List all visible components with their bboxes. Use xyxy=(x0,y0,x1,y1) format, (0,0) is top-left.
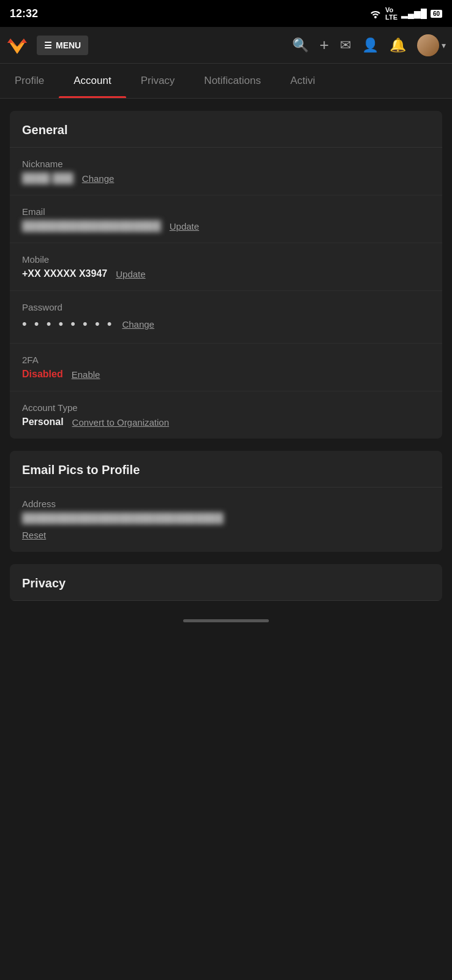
mobile-field: Mobile +XX XXXXX X3947 Update xyxy=(10,243,442,291)
nickname-value: ████ ███ xyxy=(22,173,73,184)
battery-icon: 60 xyxy=(431,10,442,18)
twofa-status: Disabled xyxy=(22,369,63,380)
email-label: Email xyxy=(22,206,430,217)
nickname-change-link[interactable]: Change xyxy=(82,173,115,184)
tab-privacy[interactable]: Privacy xyxy=(126,64,190,98)
address-field: Address █████████████████████████████ Re… xyxy=(10,488,442,552)
wifi-icon xyxy=(369,9,382,18)
password-field: Password • • • • • • • • Change xyxy=(10,291,442,344)
privacy-section: Privacy xyxy=(10,564,442,601)
status-icons: VoLTE ▂▄▆█ 60 xyxy=(369,6,442,21)
tab-notifications[interactable]: Notifications xyxy=(189,64,276,98)
address-value: █████████████████████████████ xyxy=(22,513,430,524)
search-icon[interactable]: 🔍 xyxy=(292,37,309,53)
mail-icon[interactable]: ✉ xyxy=(340,37,351,53)
chevron-down-icon: ▾ xyxy=(442,40,446,50)
email-pics-section-title: Email Pics to Profile xyxy=(10,451,442,488)
home-indicator xyxy=(0,613,452,626)
tabs-container: Profile Account Privacy Notifications Ac… xyxy=(0,64,452,99)
svg-marker-4 xyxy=(10,43,24,54)
nickname-label: Nickname xyxy=(22,159,430,169)
email-pics-section: Email Pics to Profile Address ██████████… xyxy=(10,451,442,552)
address-reset-link[interactable]: Reset xyxy=(22,530,46,540)
signal-icon: ▂▄▆█ xyxy=(401,9,427,18)
mobile-value: +XX XXXXX X3947 xyxy=(22,268,107,279)
twofa-enable-link[interactable]: Enable xyxy=(72,369,100,380)
mobile-label: Mobile xyxy=(22,254,430,265)
privacy-section-title: Privacy xyxy=(10,564,442,601)
status-time: 12:32 xyxy=(10,7,38,20)
lte-icon: VoLTE xyxy=(385,6,397,21)
nickname-field: Nickname ████ ███ Change xyxy=(10,148,442,195)
tab-account[interactable]: Account xyxy=(59,64,126,98)
tab-activity[interactable]: Activi xyxy=(276,64,330,98)
bell-icon[interactable]: 🔔 xyxy=(390,37,406,53)
hamburger-icon: ☰ xyxy=(44,40,52,50)
home-bar xyxy=(183,619,269,622)
gitlab-logo xyxy=(6,34,28,56)
top-nav: ☰ MENU 🔍 + ✉ 👤 🔔 ▾ xyxy=(0,27,452,64)
nav-icons: 🔍 + ✉ 👤 🔔 ▾ xyxy=(292,34,446,56)
general-section: General Nickname ████ ███ Change Email █… xyxy=(10,111,442,439)
email-update-link[interactable]: Update xyxy=(170,221,199,232)
password-change-link[interactable]: Change xyxy=(122,319,154,330)
user-avatar xyxy=(417,34,439,56)
password-label: Password xyxy=(22,302,430,312)
user-icon[interactable]: 👤 xyxy=(362,37,379,53)
email-field: Email ████████████████████ Update xyxy=(10,195,442,243)
email-value: ████████████████████ xyxy=(22,221,161,232)
general-section-title: General xyxy=(10,111,442,148)
add-icon[interactable]: + xyxy=(320,36,329,55)
main-content: General Nickname ████ ███ Change Email █… xyxy=(0,111,452,626)
address-label: Address xyxy=(22,499,430,509)
mobile-update-link[interactable]: Update xyxy=(116,269,145,279)
menu-button[interactable]: ☰ MENU xyxy=(37,36,88,55)
twofa-label: 2FA xyxy=(22,355,430,365)
status-bar: 12:32 VoLTE ▂▄▆█ 60 xyxy=(0,0,452,27)
password-dots: • • • • • • • • xyxy=(22,316,113,332)
avatar-container[interactable]: ▾ xyxy=(417,34,446,56)
tab-profile[interactable]: Profile xyxy=(0,64,59,98)
account-type-field: Account Type Personal Convert to Organiz… xyxy=(10,391,442,439)
account-type-value: Personal xyxy=(22,417,64,428)
twofa-field: 2FA Disabled Enable xyxy=(10,344,442,391)
account-type-label: Account Type xyxy=(22,402,430,413)
convert-to-org-link[interactable]: Convert to Organization xyxy=(72,417,169,428)
